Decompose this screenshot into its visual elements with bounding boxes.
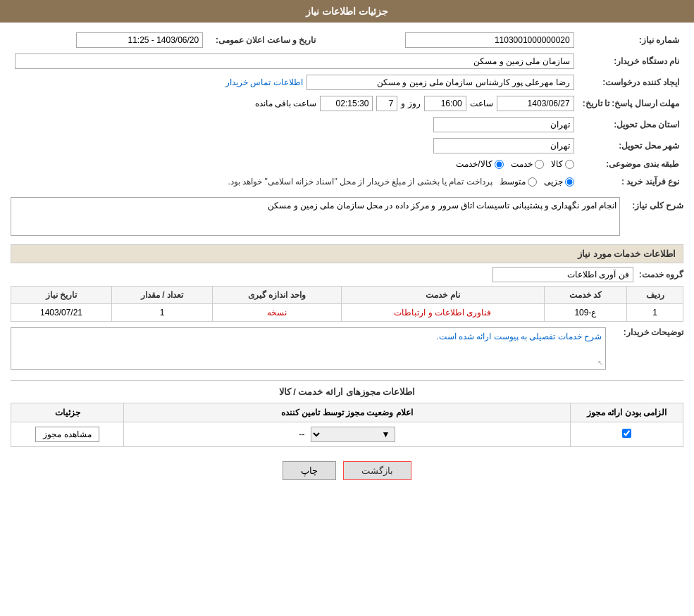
group-value-input[interactable] — [492, 267, 633, 282]
need-number-input[interactable] — [405, 32, 574, 48]
purchase-mottasat-radio[interactable] — [528, 177, 537, 187]
creator-input[interactable] — [306, 75, 574, 90]
creator-label: ایجاد کننده درخواست: — [578, 72, 683, 93]
page-wrapper: جزئیات اطلاعات نیاز شماره نیاز: تاریخ و … — [0, 0, 694, 616]
purchase-mottasat-option[interactable]: متوسط — [500, 177, 537, 187]
service-code-cell: ع-109 — [544, 304, 627, 322]
col-service-name: نام خدمت — [342, 287, 545, 304]
province-label: استان محل تحویل: — [578, 114, 683, 135]
province-input[interactable] — [433, 117, 574, 132]
category-khedmat-label: خدمت — [511, 159, 533, 169]
back-button[interactable]: بازگشت — [343, 461, 411, 480]
deadline-remaining-label: ساعت باقی مانده — [255, 99, 317, 108]
purchase-jozi-option[interactable]: جزیی — [544, 177, 574, 187]
header-title: جزئیات اطلاعات نیاز — [306, 6, 388, 17]
page-header: جزئیات اطلاعات نیاز — [0, 0, 694, 23]
print-button[interactable]: چاپ — [283, 461, 336, 480]
permit-table: الزامی بودن ارائه مجوز اعلام وضعیت مجوز … — [11, 403, 683, 447]
view-permit-button[interactable]: مشاهده مجوز — [35, 427, 99, 442]
purchase-type-label: نوع فرآیند خرید : — [578, 172, 683, 191]
permit-required-checkbox[interactable] — [622, 429, 631, 438]
permit-status-select[interactable]: ▼ — [311, 427, 395, 442]
deadline-remaining-input[interactable] — [320, 96, 373, 111]
category-kala-khedmat-option[interactable]: کالا/خدمت — [456, 159, 503, 169]
permit-required-cell — [571, 422, 683, 447]
purchase-jozi-radio[interactable] — [565, 177, 574, 187]
permit-col-required: الزامی بودن ارائه مجوز — [571, 403, 683, 422]
need-description-label: شرح کلی نیاز: — [627, 197, 683, 210]
row-num-cell: 1 — [627, 304, 683, 322]
buyer-desc-text: شرح خدمات تفصیلی به پیوست ارائه شده است. — [436, 332, 602, 341]
services-table: ردیف کد خدمت نام خدمت واحد اندازه گیری ت… — [11, 286, 683, 322]
city-input[interactable] — [433, 138, 574, 153]
category-kala-radio[interactable] — [565, 160, 574, 169]
buyer-org-label: نام دستگاه خریدار: — [578, 51, 683, 72]
permit-status-value: -- — [299, 429, 305, 439]
permit-table-row: ▼ -- مشاهده مجوز — [11, 422, 683, 447]
permit-col-details: جزئیات — [11, 403, 124, 422]
col-quantity: تعداد / مقدار — [112, 287, 213, 304]
service-name-link[interactable]: فناوری اطلاعات و ارتباطات — [394, 308, 491, 318]
permit-section-title: اطلاعات مجوزهای ارائه خدمت / کالا — [11, 380, 683, 397]
need-number-label: شماره نیاز: — [578, 30, 683, 51]
deadline-date-input[interactable] — [497, 96, 574, 111]
permit-col-status: اعلام وضعیت مجوز توسط تامین کننده — [124, 403, 571, 422]
group-row: گروه خدمت: — [11, 267, 683, 282]
col-need-date: تاریخ نیاز — [11, 287, 112, 304]
announce-input[interactable] — [76, 32, 203, 48]
buyer-org-input[interactable] — [15, 54, 574, 69]
purchase-mottasat-label: متوسط — [500, 177, 526, 187]
quantity-cell: 1 — [112, 304, 213, 322]
category-kala-label: کالا — [551, 159, 563, 169]
col-unit: واحد اندازه گیری — [212, 287, 341, 304]
category-kala-khedmat-label: کالا/خدمت — [456, 159, 492, 169]
col-row-num: ردیف — [627, 287, 683, 304]
service-name-cell: فناوری اطلاعات و ارتباطات — [342, 304, 545, 322]
permit-status-cell: ▼ -- — [124, 422, 571, 447]
group-label: گروه خدمت: — [639, 270, 683, 279]
content-area: شماره نیاز: تاریخ و ساعت اعلان عمومی: نا… — [0, 23, 694, 494]
deadline-time-input[interactable] — [424, 96, 466, 111]
need-description-section: شرح کلی نیاز: انجام امور نگهداری و پشتیب… — [11, 197, 683, 236]
category-label: طبقه بندی موضوعی: — [578, 156, 683, 172]
unit-link[interactable]: نسخه — [267, 308, 287, 318]
city-label: شهر محل تحویل: — [578, 135, 683, 156]
deadline-label: مهلت ارسال پاسخ: تا تاریخ: — [578, 93, 683, 114]
purchase-jozi-label: جزیی — [544, 177, 563, 187]
services-section-header: اطلاعات خدمات مورد نیاز — [11, 244, 683, 263]
category-kala-option[interactable]: کالا — [551, 159, 574, 169]
buttons-row: بازگشت چاپ — [11, 461, 683, 480]
need-description-textarea[interactable]: انجام امور نگهداری و پشتیبانی تاسیسات ات… — [11, 197, 620, 236]
announce-label: تاریخ و ساعت اعلان عمومی: — [207, 30, 320, 51]
category-khedmat-radio[interactable] — [535, 160, 544, 169]
contact-link[interactable]: اطلاعات تماس خریدار — [225, 77, 303, 87]
category-khedmat-option[interactable]: خدمت — [511, 159, 544, 169]
permit-details-cell: مشاهده مجوز — [11, 422, 124, 447]
deadline-day-label: روز و — [401, 99, 420, 108]
deadline-time-label: ساعت — [470, 99, 493, 108]
buyer-desc-label: توضیحات خریدار: — [613, 327, 683, 337]
purchase-note: پرداخت تمام یا بخشی از مبلغ خریدار از مح… — [228, 175, 492, 189]
col-service-code: کد خدمت — [544, 287, 627, 304]
category-kala-khedmat-radio[interactable] — [495, 160, 504, 169]
deadline-day-input[interactable] — [376, 96, 397, 111]
need-date-cell: 1403/07/21 — [11, 304, 112, 322]
buyer-description-section: توضیحات خریدار: شرح خدمات تفصیلی به پیوس… — [11, 327, 683, 370]
info-table: شماره نیاز: تاریخ و ساعت اعلان عمومی: نا… — [11, 30, 683, 191]
table-row: 1 ع-109 فناوری اطلاعات و ارتباطات نسخه 1… — [11, 304, 683, 322]
unit-cell: نسخه — [212, 304, 341, 322]
